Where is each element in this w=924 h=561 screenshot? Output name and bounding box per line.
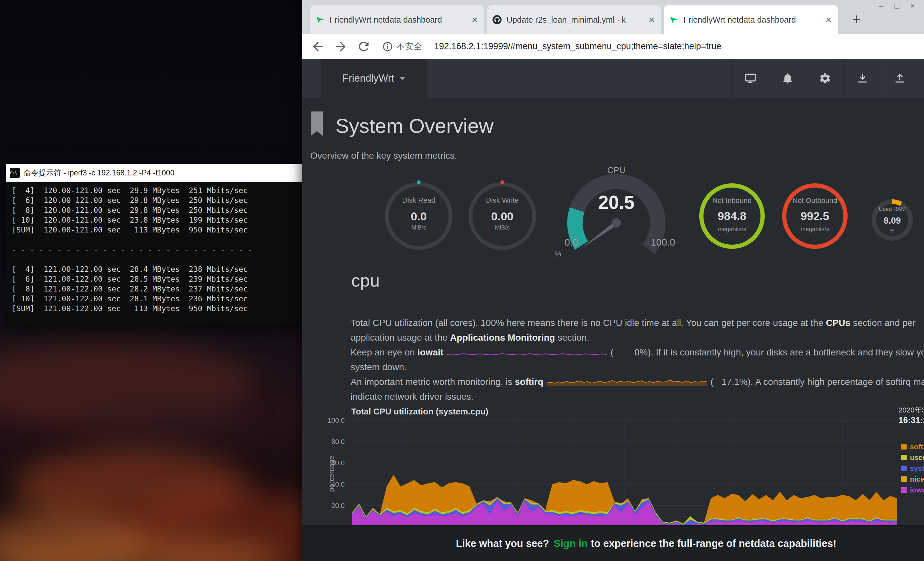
net-outbound-gauge[interactable]: Net Outbound 992.5 megabits/s <box>782 183 848 249</box>
legend-color-box <box>901 466 907 471</box>
back-button[interactable] <box>310 39 325 54</box>
gauge-value: 0.0 <box>385 210 453 223</box>
softirq-value: 17.1% <box>714 375 748 389</box>
terminal-titlebar[interactable]: C:\_ 命令提示符 - iperf3 -c 192.168.1.2 -P4 -… <box>6 164 328 182</box>
netdata-dashboard: FriendlyWrt <box>302 59 924 561</box>
sign-in-link[interactable]: Sign in <box>554 538 588 549</box>
tab-close-icon[interactable]: × <box>470 15 479 25</box>
disk-read-gauge[interactable]: Disk Read 0.0 MiB/s <box>385 182 453 250</box>
window-close-button[interactable]: × <box>910 1 915 11</box>
y-axis-tick: 20.0 <box>331 502 345 510</box>
legend-item-nice[interactable]: nice <box>901 474 924 484</box>
reload-button[interactable] <box>357 39 371 54</box>
tab-title: Update r2s_lean_minimal.yml · k <box>507 15 642 25</box>
y-axis-tick: 100.0 <box>327 417 345 424</box>
alarms-bell-icon-button[interactable] <box>769 59 806 98</box>
legend-label: system <box>910 464 924 473</box>
gauge-marker-dot <box>417 180 421 184</box>
chart-title: Total CPU utilization (system.cpu) <box>351 406 488 417</box>
gauge-value: 0.00 <box>468 210 536 223</box>
monitor-icon-button[interactable] <box>731 59 769 98</box>
cpu-gauge[interactable]: CPU 20.5 0.0 100.0 % <box>567 174 666 272</box>
legend-item-iowait[interactable]: iowait <box>901 484 924 495</box>
terminal-output[interactable]: [ 4] 120.00-121.00 sec 29.9 MBytes 251 M… <box>6 182 328 325</box>
terminal-line <box>12 254 328 264</box>
gauge-marker-dot <box>500 180 504 184</box>
softirq-label: softirq <box>515 377 543 387</box>
net-inbound-gauge[interactable]: Net Inbound 984.8 megabits/s <box>699 183 765 249</box>
terminal-line: [ 4] 120.00-121.00 sec 29.9 MBytes 251 M… <box>12 186 328 196</box>
cpu-help-line-2: application usage at the Applications Mo… <box>351 330 924 345</box>
gauge-unit: % <box>555 250 561 259</box>
disk-write-gauge[interactable]: Disk Write 0.00 MiB/s <box>468 182 536 250</box>
gauge-value: 984.8 <box>699 209 765 223</box>
legend-item-softirq[interactable]: softirq <box>901 441 924 452</box>
legend-color-box <box>901 477 907 482</box>
wallpaper-cloud <box>79 397 249 446</box>
gauge-label: Disk Read <box>385 196 453 205</box>
settings-gear-icon-button[interactable] <box>806 59 843 98</box>
used-ram-gauge[interactable]: Used RAM 8.09 % <box>872 199 913 241</box>
import-snapshot-icon-button[interactable] <box>843 59 881 98</box>
security-label[interactable]: 不安全 <box>396 41 422 52</box>
terminal-window: C:\_ 命令提示符 - iperf3 -c 192.168.1.2 -P4 -… <box>6 164 328 325</box>
terminal-line: [SUM] 120.00-121.00 sec 113 MBytes 950 M… <box>12 225 328 235</box>
gauge-label: Used RAM <box>872 206 913 212</box>
brand-label: FriendlyWrt <box>342 72 394 84</box>
browser-toolbar: 不安全 192.168.2.1:19999/#menu_system_subme… <box>302 34 924 59</box>
new-tab-button[interactable]: + <box>848 10 866 28</box>
cpu-utilization-chart[interactable] <box>352 420 897 527</box>
netdata-logo-icon <box>669 15 679 25</box>
text: section and per <box>850 318 915 328</box>
tab-friendlywrt-netdata-2-active[interactable]: FriendlyWrt netdata dashboard × <box>664 5 838 34</box>
text: indicate network driver issues. <box>351 391 474 402</box>
legend-label: nice <box>910 475 924 484</box>
tab-github-commit[interactable]: Update r2s_lean_minimal.yml · k × <box>487 5 661 34</box>
window-maximize-button[interactable]: □ <box>894 1 899 11</box>
legend-item-user[interactable]: user <box>901 452 924 463</box>
cpu-help-line-3: Keep an eye on iowait(0%). If it is cons… <box>351 345 924 360</box>
info-icon[interactable] <box>382 41 393 52</box>
terminal-line: [ 4] 121.00-122.00 sec 28.4 MBytes 238 M… <box>12 264 328 274</box>
legend-item-system[interactable]: system <box>901 463 924 474</box>
y-axis-tick: 80.0 <box>331 438 345 445</box>
address-bar[interactable]: 不安全 192.168.2.1:19999/#menu_system_subme… <box>382 38 924 55</box>
wallpaper-cloud <box>13 449 249 525</box>
iowait-sparkline-chart[interactable] <box>447 349 607 356</box>
chevron-down-icon <box>399 77 405 80</box>
tab-friendlywrt-netdata-1[interactable]: FriendlyWrt netdata dashboard × <box>310 5 484 34</box>
terminal-line: [ 10] 120.00-121.00 sec 23.8 MBytes 199 … <box>12 215 328 225</box>
window-minimize-button[interactable]: – <box>879 1 883 11</box>
text: ( <box>610 347 614 357</box>
tab-close-icon[interactable]: × <box>647 15 656 25</box>
terminal-title: 命令提示符 - iperf3 -c 192.168.1.2 -P4 -t1000 <box>24 168 174 178</box>
gauge-value: 992.5 <box>782 209 848 223</box>
wallpaper-cloud <box>0 341 256 426</box>
applications-monitoring-link[interactable]: Applications Monitoring <box>450 332 555 343</box>
cpus-section-link[interactable]: CPUs <box>826 318 850 328</box>
terminal-line: [ 8] 121.00-122.00 sec 28.2 MBytes 237 M… <box>12 284 328 294</box>
bookmark-icon <box>310 111 323 138</box>
banner-text: to experience the full-range of netdata … <box>591 538 836 549</box>
cpu-help-line-5: An important metric worth monitoring, is… <box>351 375 924 389</box>
export-snapshot-icon-button[interactable] <box>881 59 918 98</box>
y-axis-tick: 40.0 <box>331 480 345 488</box>
chart-date: 2020年3 <box>898 405 924 415</box>
softirq-sparkline-chart[interactable] <box>546 378 707 386</box>
legend-color-box <box>901 455 907 460</box>
forward-button[interactable] <box>333 39 348 54</box>
tab-title: FriendlyWrt netdata dashboard <box>330 15 466 25</box>
address-separator <box>428 42 428 51</box>
text: section. <box>555 332 589 343</box>
cpu-help-line-1: Total CPU utilization (all cores). 100% … <box>351 316 924 330</box>
gauge-value: 8.09 <box>872 216 913 226</box>
url-text: 192.168.2.1:19999/#menu_system_submenu_c… <box>434 41 924 51</box>
cmd-icon: C:\_ <box>10 168 20 178</box>
text: ( <box>710 377 713 387</box>
text: An important metric worth monitoring, is <box>351 377 515 387</box>
gauge-label: Net Inbound <box>699 196 765 205</box>
section-heading-cpu: cpu <box>351 270 380 290</box>
tab-close-icon[interactable]: × <box>824 15 833 25</box>
legend-label: softirq <box>910 443 924 451</box>
my-netdata-menu[interactable]: FriendlyWrt <box>321 59 427 98</box>
